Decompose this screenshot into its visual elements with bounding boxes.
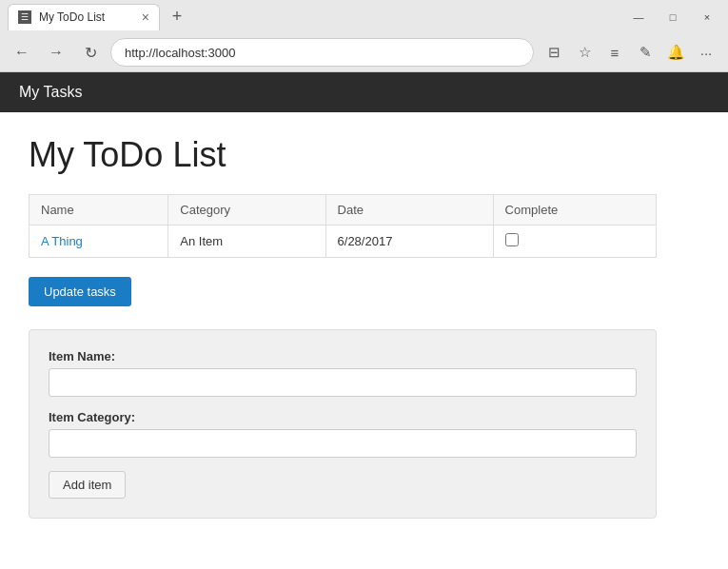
item-category-group: Item Category: xyxy=(49,410,637,458)
tab-favicon: ☰ xyxy=(18,10,31,24)
table-row: A Thing An Item 6/28/2017 xyxy=(30,226,657,258)
task-table: Name Category Date Complete A Thing An I… xyxy=(29,194,657,258)
item-category-input[interactable] xyxy=(49,429,637,458)
more-icon[interactable]: ··· xyxy=(692,38,720,67)
cell-complete xyxy=(493,226,656,258)
address-bar: ← → ↻ http://localhost:3000 ⊟ ☆ ≡ ✎ 🔔 ··… xyxy=(0,33,728,71)
minimize-button[interactable]: — xyxy=(625,4,652,30)
col-name: Name xyxy=(30,195,168,226)
app-content: My ToDo List Name Category Date Complete… xyxy=(0,112,728,569)
tab-close-icon[interactable]: × xyxy=(142,10,149,24)
col-complete: Complete xyxy=(493,195,656,226)
active-tab[interactable]: ☰ My ToDo List × xyxy=(8,4,160,30)
forward-button[interactable]: → xyxy=(42,38,70,67)
table-header: Name Category Date Complete xyxy=(30,195,657,226)
web-notes-icon[interactable]: ✎ xyxy=(631,38,659,67)
item-name-label: Item Name: xyxy=(49,349,637,363)
complete-checkbox[interactable] xyxy=(505,233,519,246)
url-bar[interactable]: http://localhost:3000 xyxy=(110,38,534,67)
item-name-group: Item Name: xyxy=(49,349,637,397)
item-name-input[interactable] xyxy=(49,368,637,397)
app-header-title: My Tasks xyxy=(19,84,82,101)
tab-title: My ToDo List xyxy=(39,10,134,24)
close-button[interactable]: × xyxy=(694,4,720,30)
cell-category: An Item xyxy=(168,226,325,258)
add-item-form: Item Name: Item Category: Add item xyxy=(29,329,657,519)
reader-mode-icon[interactable]: ⊟ xyxy=(540,38,568,67)
url-text: http://localhost:3000 xyxy=(125,46,235,60)
new-tab-button[interactable]: + xyxy=(164,4,190,30)
back-button[interactable]: ← xyxy=(8,38,36,67)
table-header-row: Name Category Date Complete xyxy=(30,195,657,226)
task-name-link[interactable]: A Thing xyxy=(41,234,83,248)
toolbar-icons: ⊟ ☆ ≡ ✎ 🔔 ··· xyxy=(540,38,720,67)
table-body: A Thing An Item 6/28/2017 xyxy=(30,226,657,258)
tab-bar: ☰ My ToDo List × + — □ × xyxy=(0,0,728,33)
app-header: My Tasks xyxy=(0,72,728,112)
window-controls: — □ × xyxy=(625,4,720,30)
hub-icon[interactable]: ≡ xyxy=(600,38,629,67)
update-tasks-button[interactable]: Update tasks xyxy=(29,277,131,306)
refresh-button[interactable]: ↻ xyxy=(76,38,105,67)
maximize-button[interactable]: □ xyxy=(659,4,686,30)
col-date: Date xyxy=(325,195,493,226)
item-category-label: Item Category: xyxy=(49,410,637,424)
cell-date: 6/28/2017 xyxy=(325,226,493,258)
share-icon[interactable]: 🔔 xyxy=(661,38,690,67)
col-category: Category xyxy=(168,195,325,226)
browser-chrome: ☰ My ToDo List × + — □ × ← → ↻ http://lo… xyxy=(0,0,728,72)
favorites-icon[interactable]: ☆ xyxy=(570,38,599,67)
page-title: My ToDo List xyxy=(29,135,699,175)
cell-name: A Thing xyxy=(30,226,168,258)
add-item-button[interactable]: Add item xyxy=(49,471,126,499)
